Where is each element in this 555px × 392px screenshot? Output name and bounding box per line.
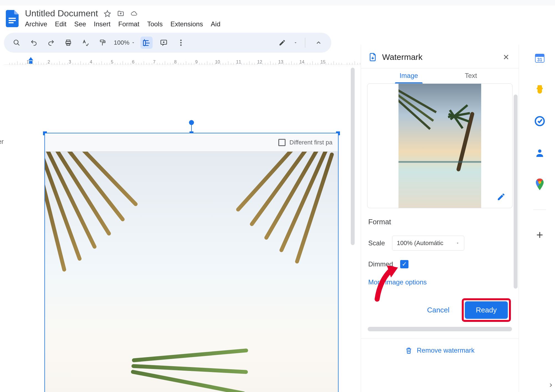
move-folder-icon[interactable] [117,10,125,17]
add-comment-icon[interactable] [158,37,170,49]
calendar-icon[interactable]: 31 [533,52,546,64]
remove-watermark-label: Remove watermark [417,347,475,354]
svg-point-17 [538,149,541,153]
different-first-page-checkbox[interactable] [278,139,286,146]
document-area: er Different first pa [0,65,355,392]
svg-point-18 [538,181,541,184]
redo-icon[interactable] [45,37,57,49]
svg-point-10 [180,40,182,41]
edit-pencil-icon[interactable] [276,37,288,49]
scale-label: Scale [368,239,385,247]
collapse-toolbar-icon[interactable] [312,37,325,49]
menu-aid[interactable]: Aid [211,20,221,28]
panel-scrollbar[interactable] [514,95,518,289]
dimmed-checkbox[interactable]: ✓ [400,260,408,268]
maps-icon[interactable] [533,178,546,191]
svg-point-12 [180,44,182,46]
scrollbar-thumb[interactable] [351,68,355,245]
ruler[interactable]: 123456789101112131415 [4,56,359,65]
editing-mode-icon[interactable] [140,37,153,49]
remove-watermark-button[interactable]: Remove watermark [367,339,513,358]
svg-rect-14 [535,54,544,57]
ready-button-highlight: Ready [462,298,511,322]
svg-text:31: 31 [537,57,542,62]
cancel-button[interactable]: Cancel [422,302,455,318]
spellcheck-icon[interactable] [79,37,92,49]
header-left-tag: er [0,138,4,146]
more-icon[interactable] [175,37,187,49]
more-image-options-link[interactable]: More image options [367,278,513,286]
panel-title: Watermark [382,52,495,62]
star-icon[interactable] [104,10,111,17]
svg-rect-0 [9,18,16,19]
tab-image[interactable]: Image [378,68,440,83]
tab-text[interactable]: Text [440,68,502,83]
browser-strip [0,0,555,6]
keep-icon[interactable] [533,83,546,96]
menu-tools[interactable]: Tools [147,20,163,28]
search-icon[interactable] [11,37,23,49]
paint-format-icon[interactable] [97,37,109,49]
menu-bar: Archive Edit See Insert Format Tools Ext… [25,20,220,28]
menu-archive[interactable]: Archive [25,20,47,28]
menu-format[interactable]: Format [118,20,139,28]
svg-rect-7 [100,40,104,42]
svg-rect-2 [9,22,14,23]
edit-watermark-image-icon[interactable] [495,191,507,203]
right-side-rail: 31 + [524,44,555,241]
add-addon-icon[interactable]: + [533,229,546,241]
svg-point-3 [14,40,18,44]
menu-extensions[interactable]: Extensions [170,20,203,28]
format-heading: Format [368,218,513,226]
preview-thumbnail [398,83,481,208]
hide-side-rail-icon[interactable]: › [549,380,552,389]
indent-marker[interactable] [28,57,33,64]
ready-button[interactable]: Ready [465,301,508,319]
menu-insert[interactable]: Insert [94,20,110,28]
scale-select[interactable]: 100% (Automátic [392,236,464,251]
svg-rect-8 [143,41,146,46]
document-title[interactable]: Untitled Document [25,8,98,19]
rail-divider [533,210,546,210]
panel-tabs: Image Text [361,68,519,83]
docs-logo[interactable] [4,8,20,29]
menu-edit[interactable]: Edit [55,20,66,28]
app-header: Untitled Document Archive Edit See Inser… [0,6,555,29]
print-icon[interactable] [62,37,74,49]
svg-point-11 [180,42,182,43]
menu-see[interactable]: See [74,20,86,28]
trash-icon [405,347,412,354]
watermark-panel-icon [368,53,377,62]
watermark-preview [367,83,513,208]
dimmed-label: Dimmed [368,260,393,268]
watermark-side-panel: Watermark ✕ Image Text [361,45,519,392]
panel-horizontal-scrollbar[interactable] [368,327,512,331]
zoom-value: 100% [114,39,129,46]
scale-value: 100% (Automátic [397,240,443,247]
toolbar: 100% [4,33,331,53]
different-first-page-label: Different first pa [289,139,332,146]
undo-icon[interactable] [28,37,40,49]
header-options-strip: er Different first pa [45,133,338,152]
watermark-page-image[interactable] [45,152,338,392]
svg-rect-1 [9,20,16,21]
toolbar-divider [305,38,305,48]
chevron-down-icon [456,241,460,245]
zoom-dropdown[interactable]: 100% [114,39,135,46]
close-panel-icon[interactable]: ✕ [500,52,511,63]
contacts-icon[interactable] [533,146,546,159]
tasks-icon[interactable] [533,115,546,128]
cloud-status-icon[interactable] [130,10,138,17]
chevron-down-icon[interactable] [293,40,298,45]
